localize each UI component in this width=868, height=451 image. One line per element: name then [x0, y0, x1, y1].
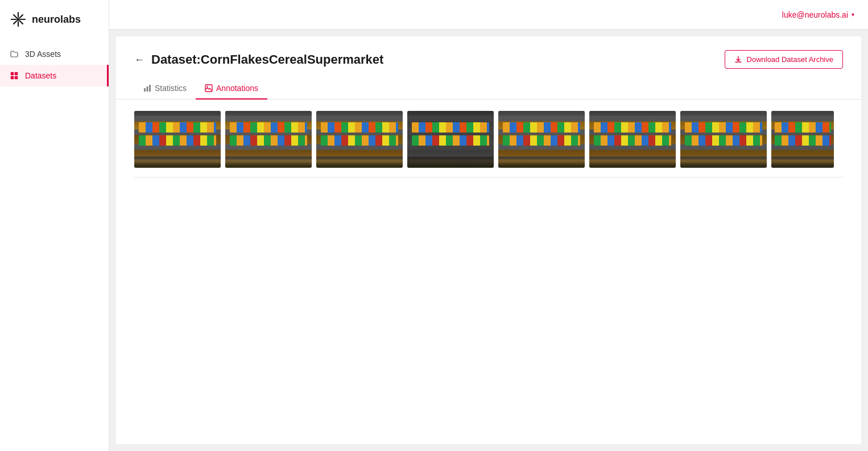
- back-button[interactable]: ←: [134, 55, 144, 65]
- image-icon: [205, 84, 213, 92]
- svg-rect-14: [147, 86, 148, 92]
- images-row: [134, 111, 843, 168]
- list-item[interactable]: [771, 111, 834, 168]
- tab-annotations-label: Annotations: [216, 84, 258, 93]
- svg-rect-9: [11, 72, 14, 75]
- top-bar: luke@neurolabs.ai ▾: [109, 0, 868, 30]
- user-email: luke@neurolabs.ai: [782, 10, 848, 19]
- tab-annotations[interactable]: Annotations: [196, 78, 267, 100]
- neurolabs-logo-icon: [9, 10, 27, 28]
- sidebar: neurolabs 3D Assets Datasets: [0, 0, 109, 451]
- divider: [134, 177, 843, 177]
- svg-line-7: [19, 15, 23, 18]
- svg-rect-12: [15, 76, 18, 79]
- list-item[interactable]: [316, 111, 403, 168]
- svg-rect-15: [149, 85, 151, 92]
- page-title: Dataset:CornFlakesCerealSupermarket: [151, 52, 383, 67]
- svg-rect-10: [15, 72, 18, 75]
- svg-line-5: [14, 15, 17, 18]
- sidebar-navigation: 3D Assets Datasets: [0, 39, 109, 91]
- logo: neurolabs: [0, 0, 109, 39]
- list-item[interactable]: [498, 111, 585, 168]
- download-icon: [734, 56, 742, 64]
- list-item[interactable]: [134, 111, 221, 168]
- content-area: ← Dataset:CornFlakesCerealSupermarket Do…: [116, 36, 861, 444]
- svg-line-8: [14, 20, 17, 24]
- download-button-label: Download Dataset Archive: [747, 55, 833, 64]
- list-item[interactable]: [589, 111, 676, 168]
- folder-icon: [9, 49, 19, 59]
- download-dataset-button[interactable]: Download Dataset Archive: [725, 50, 843, 69]
- sidebar-item-datasets[interactable]: Datasets: [0, 65, 109, 86]
- logo-text: neurolabs: [32, 14, 81, 26]
- main-content: luke@neurolabs.ai ▾ ← Dataset:CornFlakes…: [109, 0, 868, 451]
- tab-statistics-label: Statistics: [155, 84, 187, 93]
- svg-point-17: [206, 86, 208, 87]
- list-item[interactable]: [407, 111, 494, 168]
- user-menu-chevron: ▾: [852, 11, 854, 18]
- sidebar-item-datasets-label: Datasets: [25, 71, 56, 80]
- images-section: [116, 100, 861, 444]
- sidebar-item-3d-assets-label: 3D Assets: [25, 49, 61, 59]
- bar-chart-icon: [143, 84, 151, 92]
- svg-line-6: [19, 20, 23, 24]
- page-header: ← Dataset:CornFlakesCerealSupermarket Do…: [116, 36, 861, 78]
- user-menu[interactable]: luke@neurolabs.ai ▾: [782, 10, 854, 19]
- list-item[interactable]: [225, 111, 312, 168]
- tab-statistics[interactable]: Statistics: [134, 78, 196, 100]
- svg-rect-13: [144, 88, 146, 92]
- svg-rect-11: [11, 76, 14, 79]
- page-title-area: ← Dataset:CornFlakesCerealSupermarket: [134, 52, 383, 67]
- sidebar-item-3d-assets[interactable]: 3D Assets: [0, 43, 109, 65]
- datasets-icon: [9, 71, 19, 81]
- tabs-bar: Statistics Annotations: [116, 78, 861, 100]
- list-item[interactable]: [680, 111, 767, 168]
